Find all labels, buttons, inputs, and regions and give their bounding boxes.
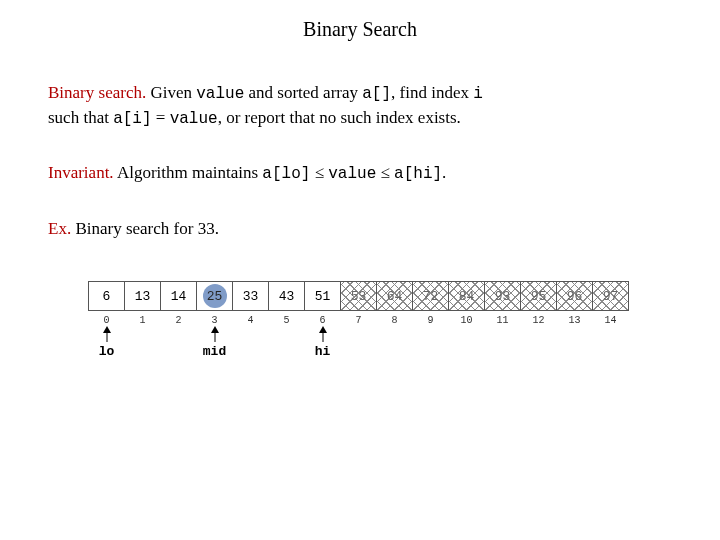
array-cell-value: 93 <box>495 289 511 304</box>
array-cell-value: 6 <box>103 289 111 304</box>
pointer-slot <box>556 344 593 359</box>
pointer-slot <box>448 344 485 359</box>
code-alo: a[lo] <box>262 165 310 183</box>
array-cell: 43 <box>268 281 305 311</box>
code-value: value <box>196 85 244 103</box>
pointer-slot <box>124 344 161 359</box>
array-cell: 95 <box>520 281 557 311</box>
code-ahi: a[hi] <box>394 165 442 183</box>
array-cell: 14 <box>160 281 197 311</box>
code-value2: value <box>170 110 218 128</box>
page-title: Binary Search <box>48 18 672 41</box>
code-array: a[] <box>362 85 391 103</box>
code-ai: a[i] <box>113 110 151 128</box>
array-index: 0 <box>88 315 125 326</box>
pointer-slot <box>376 344 413 359</box>
text: , find index <box>391 83 473 102</box>
pointer-hi: hi <box>304 344 341 359</box>
array-cell-value: 72 <box>423 289 439 304</box>
pointer-slot <box>160 344 197 359</box>
array-cell-value: 97 <box>603 289 619 304</box>
array-index: 5 <box>268 315 305 326</box>
array-index: 8 <box>376 315 413 326</box>
array-cell: 33 <box>232 281 269 311</box>
array-index: 14 <box>592 315 629 326</box>
pointer-slot <box>340 344 377 359</box>
array-index: 10 <box>448 315 485 326</box>
array-cell: 51 <box>304 281 341 311</box>
array-cell-value: 51 <box>315 289 331 304</box>
array-cell-value: 53 <box>351 289 367 304</box>
invariant-paragraph: Invariant. Algorithm maintains a[lo] ≤ v… <box>48 161 672 186</box>
text: ≤ <box>376 163 394 182</box>
array-cell-value: 95 <box>531 289 547 304</box>
definition-paragraph: Binary search. Given value and sorted ar… <box>48 81 672 131</box>
example-lead: Ex. <box>48 219 71 238</box>
invariant-lead: Invariant. <box>48 163 114 182</box>
definition-lead: Binary search. <box>48 83 146 102</box>
array-cell: 72 <box>412 281 449 311</box>
array-cell-value: 43 <box>279 289 295 304</box>
pointer-slot <box>268 344 305 359</box>
text: ≤ <box>310 163 328 182</box>
text: = <box>152 108 170 127</box>
array-index: 3 <box>196 315 233 326</box>
array-cell: 93 <box>484 281 521 311</box>
array-index: 2 <box>160 315 197 326</box>
array-cell: 64 <box>376 281 413 311</box>
pointer-slot <box>412 344 449 359</box>
array-cell-value: 33 <box>243 289 259 304</box>
array-index: 4 <box>232 315 269 326</box>
text: , or report that no such index exists. <box>218 108 461 127</box>
pointer-slot <box>592 344 629 359</box>
array-cell-value: 13 <box>135 289 151 304</box>
array-cell-value: 14 <box>171 289 187 304</box>
array-cell: 96 <box>556 281 593 311</box>
text: Given <box>146 83 196 102</box>
array-cell-value: 84 <box>459 289 475 304</box>
code-i: i <box>473 85 483 103</box>
text: . <box>442 163 446 182</box>
index-row: 01234567891011121314 <box>88 315 672 326</box>
array-diagram: 61314253343515364728493959697 0123456789… <box>88 281 672 359</box>
text: and sorted array <box>244 83 362 102</box>
code-value3: value <box>328 165 376 183</box>
slide: Binary Search Binary search. Given value… <box>0 0 720 540</box>
text: Binary search for 33. <box>71 219 219 238</box>
array-cell: 53 <box>340 281 377 311</box>
array-index: 7 <box>340 315 377 326</box>
array-row: 61314253343515364728493959697 <box>88 281 672 311</box>
example-paragraph: Ex. Binary search for 33. <box>48 217 672 242</box>
pointer-slot <box>484 344 521 359</box>
array-index: 12 <box>520 315 557 326</box>
array-index: 6 <box>304 315 341 326</box>
array-index: 13 <box>556 315 593 326</box>
pointer-mid: mid <box>196 344 233 359</box>
array-index: 11 <box>484 315 521 326</box>
array-cell: 84 <box>448 281 485 311</box>
pointer-row: lomidhi <box>88 344 672 359</box>
pointer-lo: lo <box>88 344 125 359</box>
pointer-slot <box>232 344 269 359</box>
pointer-slot <box>520 344 557 359</box>
array-cell: 97 <box>592 281 629 311</box>
array-cell-value: 96 <box>567 289 583 304</box>
array-cell-value: 64 <box>387 289 403 304</box>
array-cell-value: 25 <box>203 284 227 308</box>
array-index: 9 <box>412 315 449 326</box>
array-index: 1 <box>124 315 161 326</box>
text: Algorithm maintains <box>114 163 263 182</box>
array-cell: 13 <box>124 281 161 311</box>
array-cell: 25 <box>196 281 233 311</box>
array-cell: 6 <box>88 281 125 311</box>
text: such that <box>48 108 113 127</box>
